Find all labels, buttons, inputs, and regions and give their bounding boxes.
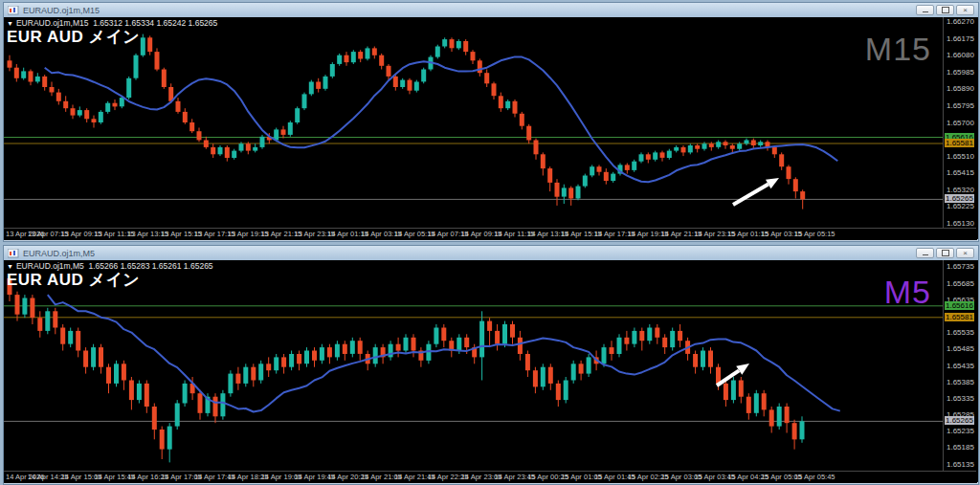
candle-body: [478, 60, 482, 73]
restore-button[interactable]: [936, 5, 954, 15]
chart-annotation: EUR AUD メイン: [7, 269, 140, 291]
candle-body: [246, 143, 251, 150]
candlestick-plot-m5[interactable]: ▼EURAUD.oj1m,M5 1.65266 1.65283 1.65261 …: [4, 260, 944, 471]
mdi-workspace: EURAUD.oj1m,M15 × ▼EURAUD.oj1m,M15 1.653…: [0, 0, 980, 485]
candle-body: [84, 110, 89, 119]
candle-body: [724, 142, 728, 145]
candle-body: [562, 187, 567, 196]
candle-body: [162, 70, 167, 88]
candle-body: [304, 351, 309, 364]
candle-body: [155, 52, 160, 70]
candle-body: [239, 143, 244, 150]
candle-body: [22, 298, 27, 315]
ohlc-close: 1.65265: [184, 261, 213, 271]
candle-body: [53, 311, 57, 327]
minimize-button[interactable]: [916, 248, 934, 258]
candle-body: [345, 55, 349, 62]
candle-body: [29, 71, 33, 81]
ohlc-low: 1.65242: [156, 18, 186, 28]
price-tick-label: 1.65335: [947, 394, 974, 403]
price-axis-m5[interactable]: 1.657351.656851.656351.655851.655351.654…: [944, 260, 976, 471]
signal-arrow-icon: [733, 178, 779, 205]
candle-body: [604, 172, 609, 181]
candle-body: [632, 162, 636, 170]
minimize-icon: [923, 254, 928, 255]
candle-body: [183, 384, 188, 404]
candle-body: [220, 393, 225, 416]
candle-body: [225, 147, 230, 158]
price-axis-m15[interactable]: 1.662701.661751.660801.659851.658901.657…: [944, 17, 976, 228]
candle-body: [487, 321, 492, 331]
candle-body: [754, 393, 759, 413]
candle-body: [330, 64, 335, 77]
candle-body: [260, 137, 265, 147]
restore-icon: [942, 250, 949, 256]
candle-body: [400, 80, 405, 87]
candle-body: [253, 147, 257, 151]
chart-area-m5[interactable]: ▼EURAUD.oj1m,M5 1.65266 1.65283 1.65261 …: [4, 260, 978, 482]
candle-body: [702, 143, 707, 149]
candle-body: [701, 351, 705, 367]
candle-body: [556, 384, 561, 400]
candle-body: [674, 147, 679, 151]
candle-body: [15, 295, 20, 315]
candle-body: [60, 328, 65, 344]
time-axis-m5[interactable]: 14 Apr 202614 Apr 14:2514 Apr 15:0514 Ap…: [4, 471, 976, 483]
candle-body: [145, 384, 149, 407]
window-titlebar-m5[interactable]: EURAUD.oj1m,M5 ×: [4, 246, 978, 260]
window-title: EURAUD.oj1m,M5: [23, 249, 912, 258]
restore-button[interactable]: [936, 248, 954, 258]
price-tick-label: 1.65535: [947, 328, 974, 337]
candle-body: [442, 39, 447, 46]
candle-body: [746, 397, 751, 413]
candle-body: [502, 324, 507, 344]
candle-body: [479, 321, 484, 358]
candle-body: [450, 39, 455, 48]
candle-body: [693, 354, 698, 367]
price-tick-label: 1.65130: [947, 219, 974, 228]
close-button[interactable]: ×: [956, 5, 974, 15]
timeframe-watermark-m15: M15: [865, 31, 931, 68]
price-tick-label: 1.65795: [947, 101, 974, 110]
candle-body: [30, 298, 34, 319]
chart-area-m15[interactable]: ▼EURAUD.oj1m,M15 1.65312 1.65334 1.65242…: [4, 17, 978, 239]
candle-body: [129, 381, 134, 401]
candle-body: [678, 331, 682, 341]
close-button[interactable]: ×: [956, 248, 974, 258]
candle-body: [435, 47, 440, 57]
candle-body: [281, 129, 286, 135]
candle-body: [323, 77, 328, 89]
candle-body: [266, 364, 271, 370]
minimize-button[interactable]: [916, 5, 934, 15]
candle-body: [526, 126, 531, 141]
candle-body: [198, 393, 203, 413]
candle-body: [106, 367, 111, 384]
candle-body: [787, 166, 791, 179]
candlestick-plot-m15[interactable]: ▼EURAUD.oj1m,M15 1.65312 1.65334 1.65242…: [4, 17, 944, 228]
candle-body: [800, 421, 805, 439]
candle-body: [639, 154, 644, 161]
candle-body: [351, 52, 356, 62]
candle-body: [660, 152, 665, 158]
ohlc-close: 1.65265: [189, 18, 218, 28]
candle-body: [441, 328, 446, 342]
candle-body: [281, 357, 286, 366]
window-titlebar-m15[interactable]: EURAUD.oj1m,M15 ×: [4, 3, 978, 17]
candle-body: [83, 351, 88, 367]
candle-body: [758, 142, 763, 145]
candle-body: [708, 351, 713, 367]
candle-body: [63, 101, 68, 108]
time-axis-m15[interactable]: 13 Apr 202613 Apr 07:1513 Apr 09:1513 Ap…: [4, 228, 976, 240]
candle-body: [335, 344, 340, 358]
candle-body: [218, 147, 223, 154]
candle-body: [92, 119, 97, 122]
candle-body: [320, 347, 324, 361]
price-badge: 1.65265: [945, 194, 974, 203]
candle-body: [21, 71, 26, 77]
candle-body: [258, 364, 263, 380]
time-tick-label: 15 Apr 05:45: [794, 473, 835, 481]
price-tick-label: 1.66080: [947, 51, 974, 59]
candle-body: [597, 166, 602, 172]
window-title: EURAUD.oj1m,M15: [23, 6, 912, 15]
candle-body: [197, 131, 202, 140]
